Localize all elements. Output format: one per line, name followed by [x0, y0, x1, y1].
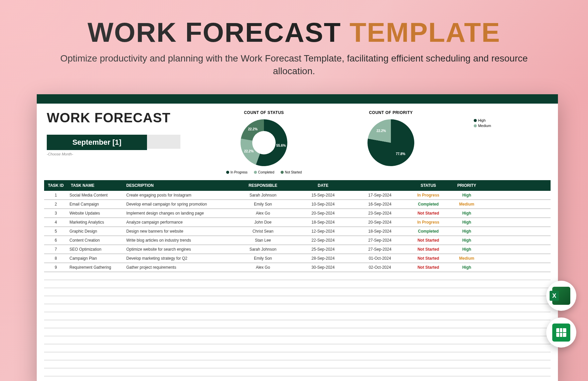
table-row[interactable]: 8 Campaign Plan Develop marketing strate…	[44, 254, 551, 263]
th-date1: DATE	[295, 180, 351, 191]
legend-not-started: Not Started	[281, 170, 302, 174]
empty-row	[44, 312, 551, 320]
cell-date-start: 10-Sep-2024	[295, 200, 351, 209]
cell-id: 7	[44, 245, 67, 254]
page-subtitle: Optimize productivity and planning with …	[60, 52, 528, 78]
cell-name: Email Campaign	[67, 200, 124, 209]
svg-text:77.8%: 77.8%	[396, 152, 405, 156]
cell-resp: Emily Son	[231, 254, 295, 263]
cell-resp: Emily Son	[231, 200, 295, 209]
th-resp: RESPONSIBLE	[231, 180, 295, 191]
empty-row	[44, 288, 551, 296]
empty-row	[44, 368, 551, 376]
cell-desc: Implement design changes on landing page	[124, 209, 231, 218]
sheet-top-bar	[37, 94, 558, 104]
priority-chart-title: COUNT OF PRIORITY	[327, 110, 454, 115]
cell-priority: High	[448, 191, 485, 200]
cell-date-start: 30-Sep-2024	[295, 263, 351, 272]
month-hint: -Choose Month-	[47, 152, 200, 156]
cell-desc: Analyze campaign performance	[124, 218, 231, 227]
cell-status: Not Started	[408, 209, 448, 218]
cell-date-end: 23-Sep-2024	[351, 209, 408, 218]
cell-desc: Create engaging posts for Instagram	[124, 191, 231, 200]
svg-text:22.2%: 22.2%	[248, 127, 257, 131]
spreadsheet-preview: WORK FORECAST September [1] -Choose Mont…	[37, 94, 558, 381]
google-sheets-icon[interactable]	[546, 318, 576, 348]
cell-id: 1	[44, 191, 67, 200]
empty-row	[44, 376, 551, 381]
cell-date-end: 20-Sep-2024	[351, 218, 408, 227]
page-title: WORK FORECAST TEMPLATE	[33, 17, 555, 48]
cell-priority: High	[448, 218, 485, 227]
cell-date-start: 22-Sep-2024	[295, 236, 351, 245]
legend-in-progress: In Progress	[226, 170, 248, 174]
cell-id: 8	[44, 254, 67, 263]
empty-row	[44, 280, 551, 288]
month-selector-stub	[147, 135, 180, 149]
cell-date-start: 25-Sep-2024	[295, 245, 351, 254]
cell-name: Requirement Gathering	[67, 263, 124, 272]
empty-row	[44, 272, 551, 280]
table-row[interactable]: 5 Graphic Design Design new banners for …	[44, 227, 551, 236]
cell-priority: High	[448, 227, 485, 236]
table-row[interactable]: 2 Email Campaign Develop email campaign …	[44, 200, 551, 209]
cell-status: In Progress	[408, 191, 448, 200]
th-name: TASK NAME	[67, 180, 124, 191]
empty-row	[44, 320, 551, 328]
cell-date-end: 01-Oct-2024	[351, 254, 408, 263]
cell-priority: Medium	[448, 200, 485, 209]
th-id: TASK ID	[44, 180, 67, 191]
month-selector[interactable]: September [1]	[47, 135, 147, 150]
cell-resp: Christ Sean	[231, 227, 295, 236]
cell-date-end: 18-Sep-2024	[351, 227, 408, 236]
cell-date-start: 15-Sep-2024	[295, 191, 351, 200]
cell-name: Campaign Plan	[67, 254, 124, 263]
svg-text:22.2%: 22.2%	[377, 129, 386, 133]
cell-resp: Stan Lee	[231, 236, 295, 245]
legend-completed: Completed	[254, 170, 274, 174]
th-desc: DESCRIPTION	[124, 180, 231, 191]
cell-date-start: 28-Sep-2024	[295, 254, 351, 263]
cell-id: 9	[44, 263, 67, 272]
sheet-title: WORK FORECAST	[47, 110, 200, 125]
th-status: STATUS	[408, 180, 448, 191]
table-row[interactable]: 9 Requirement Gathering Gather project r…	[44, 263, 551, 272]
cell-date-start: 20-Sep-2024	[295, 209, 351, 218]
cell-name: Graphic Design	[67, 227, 124, 236]
cell-date-end: 27-Sep-2024	[351, 236, 408, 245]
cell-date-start: 18-Sep-2024	[295, 218, 351, 227]
cell-priority: High	[448, 263, 485, 272]
th-priority: PRIORITY	[448, 180, 485, 191]
cell-date-end: 02-Oct-2024	[351, 263, 408, 272]
cell-status: Completed	[408, 227, 448, 236]
cell-date-end: 27-Sep-2024	[351, 245, 408, 254]
cell-date-end: 16-Sep-2024	[351, 200, 408, 209]
cell-desc: Develop email campaign for spring promot…	[124, 200, 231, 209]
cell-status: Not Started	[408, 245, 448, 254]
cell-id: 5	[44, 227, 67, 236]
excel-icon[interactable]	[546, 281, 576, 311]
cell-priority: High	[448, 245, 485, 254]
table-row[interactable]: 4 Marketing Analytics Analyze campaign p…	[44, 218, 551, 227]
table-row[interactable]: 7 SEO Optimization Optimize website for …	[44, 245, 551, 254]
cell-name: Content Creation	[67, 236, 124, 245]
cell-name: SEO Optimization	[67, 245, 124, 254]
cell-id: 4	[44, 218, 67, 227]
svg-text:22.2%: 22.2%	[244, 149, 254, 153]
cell-date-start: 12-Sep-2024	[295, 227, 351, 236]
empty-row	[44, 352, 551, 360]
table-row[interactable]: 3 Website Updates Implement design chang…	[44, 209, 551, 218]
cell-status: Not Started	[408, 263, 448, 272]
table-row[interactable]: 1 Social Media Content Create engaging p…	[44, 191, 551, 200]
cell-desc: Optimize website for search engines	[124, 245, 231, 254]
cell-desc: Write blog articles on industry trends	[124, 236, 231, 245]
cell-resp: Sarah Johnson	[231, 245, 295, 254]
empty-row	[44, 360, 551, 368]
empty-row	[44, 304, 551, 312]
empty-row	[44, 296, 551, 304]
th-date2	[351, 180, 408, 191]
empty-row	[44, 336, 551, 344]
cell-resp: John Doe	[231, 218, 295, 227]
svg-text:55.6%: 55.6%	[276, 143, 286, 147]
table-row[interactable]: 6 Content Creation Write blog articles o…	[44, 236, 551, 245]
